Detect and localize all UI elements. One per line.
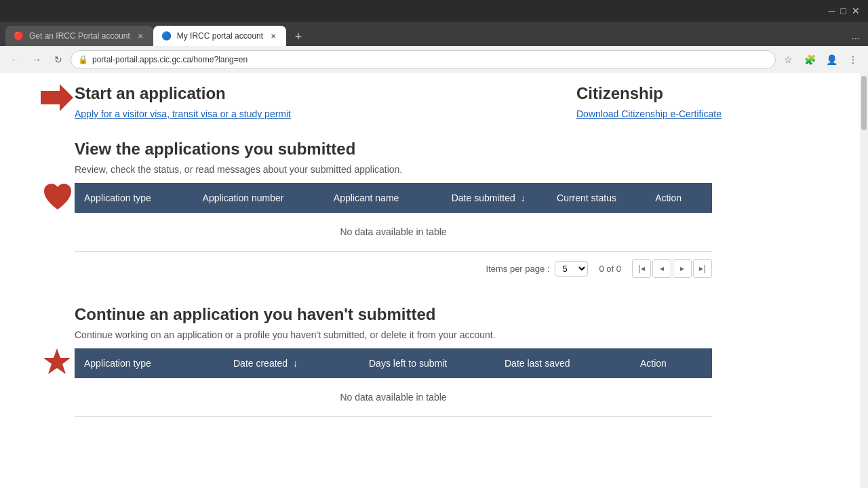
back-button[interactable]: ← [5, 50, 24, 69]
tab-favicon-1: 🔴 [14, 31, 24, 41]
address-bar[interactable]: 🔒 portal-portail.apps.cic.gc.ca/home?lan… [71, 50, 776, 69]
forward-button[interactable]: → [27, 50, 46, 69]
view-section: View the applications you submitted Revi… [75, 140, 848, 285]
continue-table: Application type Date created ↓ Days lef… [75, 348, 712, 417]
cont-sort-arrow-icon: ↓ [293, 358, 298, 369]
col-current-status: Current status [547, 183, 646, 213]
cont-empty-message: No data available in table [75, 378, 712, 417]
cont-col-date-last-saved: Date last saved [495, 348, 631, 378]
last-page-btn[interactable]: ▸| [693, 259, 712, 278]
cont-col-action: Action [631, 348, 712, 378]
tab-label-2: My IRCC portal account [177, 31, 263, 41]
browser-toolbar: ← → ↻ 🔒 portal-portail.apps.cic.gc.ca/ho… [0, 46, 868, 73]
continue-section-desc: Continue working on an application or a … [75, 329, 848, 340]
continue-section: Continue an application you haven't subm… [75, 305, 848, 417]
col-application-number: Application number [193, 183, 324, 213]
start-app-title: Start an application [75, 84, 576, 103]
table-row-empty: No data available in table [75, 213, 712, 251]
view-section-title: View the applications you submitted [75, 140, 848, 159]
tab-label-1: Get an IRCC Portal account [29, 31, 130, 41]
next-page-btn[interactable]: ▸ [673, 259, 692, 278]
continue-table-header: Application type Date created ↓ Days lef… [75, 348, 712, 378]
cont-col-date-created[interactable]: Date created ↓ [224, 348, 359, 378]
page-count: 0 of 0 [599, 264, 621, 274]
col-application-type: Application type [75, 183, 193, 213]
heart-icon [41, 180, 75, 214]
tab-close-2[interactable]: ✕ [269, 31, 278, 41]
toolbar-right: ☆ 🧩 👤 ⋮ [778, 50, 863, 69]
tab-get-ircc[interactable]: 🔴 Get an IRCC Portal account ✕ [5, 26, 153, 46]
pagination-row: Items per page : 5 10 25 0 of 0 |◂ ◂ ▸ ▸… [75, 251, 712, 285]
prev-page-btn[interactable]: ◂ [652, 259, 671, 278]
tab-menu-btn[interactable]: ⋯ [852, 34, 860, 43]
browser-window: ─ □ ✕ 🔴 Get an IRCC Portal account ✕ 🔵 M… [0, 0, 868, 488]
svg-marker-0 [41, 84, 73, 111]
citizenship-link[interactable]: Download Citizenship e-Certificate [576, 108, 722, 119]
minimize-btn[interactable]: ─ [829, 5, 835, 16]
submitted-table-header: Application type Application number Appl… [75, 183, 712, 213]
cont-col-days-left: Days left to submit [359, 348, 495, 378]
cont-table-row-empty: No data available in table [75, 378, 712, 417]
view-section-desc: Review, check the status, or read messag… [75, 164, 848, 175]
close-btn[interactable]: ✕ [852, 5, 860, 16]
star-icon [41, 346, 73, 378]
empty-message: No data available in table [75, 213, 712, 251]
tab-favicon-2: 🔵 [161, 31, 172, 41]
start-app-link[interactable]: Apply for a visitor visa, transit visa o… [75, 108, 291, 119]
scrollbar[interactable] [860, 73, 868, 488]
tab-my-ircc[interactable]: 🔵 My IRCC portal account ✕ [153, 26, 286, 46]
submitted-table-body: No data available in table [75, 213, 712, 251]
col-action: Action [646, 183, 712, 213]
user-icon[interactable]: 👤 [822, 50, 841, 69]
items-per-page-label: Items per page : [486, 264, 550, 274]
extensions-icon[interactable]: 🧩 [800, 50, 819, 69]
menu-dots-icon[interactable]: ⋮ [844, 50, 863, 69]
arrow-icon [41, 84, 73, 111]
sort-arrow-icon: ↓ [521, 192, 526, 203]
maximize-btn[interactable]: □ [841, 5, 846, 16]
address-text: portal-portail.apps.cic.gc.ca/home?lang=… [92, 55, 248, 64]
page-nav: |◂ ◂ ▸ ▸| [632, 259, 712, 278]
submitted-table: Application type Application number Appl… [75, 183, 712, 251]
citizenship-title: Citizenship [576, 84, 848, 103]
first-page-btn[interactable]: |◂ [632, 259, 651, 278]
scrollbar-thumb[interactable] [861, 76, 867, 130]
col-date-submitted[interactable]: Date submitted ↓ [442, 183, 547, 213]
reload-button[interactable]: ↻ [49, 50, 68, 69]
continue-section-title: Continue an application you haven't subm… [75, 305, 848, 324]
page-content: Start an application Apply for a visitor… [0, 73, 868, 488]
bookmark-star-icon[interactable]: ☆ [778, 50, 797, 69]
svg-marker-1 [43, 348, 71, 374]
tab-close-1[interactable]: ✕ [136, 31, 145, 41]
browser-titlebar: ─ □ ✕ [0, 0, 868, 22]
browser-tabs: 🔴 Get an IRCC Portal account ✕ 🔵 My IRCC… [0, 22, 868, 46]
lock-icon: 🔒 [78, 55, 88, 64]
add-tab-button[interactable]: + [289, 27, 308, 46]
cont-col-application-type: Application type [75, 348, 224, 378]
col-applicant-name: Applicant name [324, 183, 442, 213]
continue-table-body: No data available in table [75, 378, 712, 417]
items-per-page-select[interactable]: 5 10 25 [555, 261, 588, 277]
